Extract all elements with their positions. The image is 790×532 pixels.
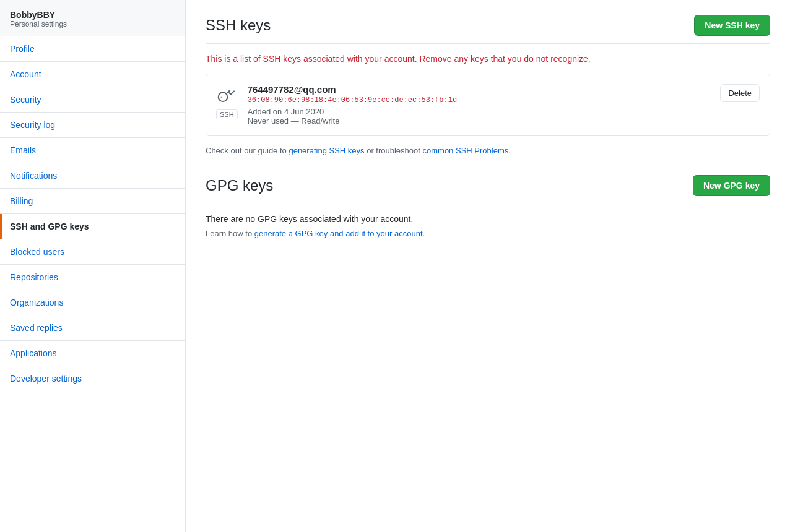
sidebar-subtitle: Personal settings [10,20,175,28]
sidebar-link-repositories[interactable]: Repositories [0,265,185,290]
sidebar-item-repositories[interactable]: Repositories [0,265,185,290]
sidebar-link-billing[interactable]: Billing [0,189,185,213]
guide-prefix: Check out our guide to [206,146,289,155]
key-icon-wrapper: SSH [216,84,238,119]
gpg-section-header: GPG keys New GPG key [206,175,770,204]
sidebar-item-notifications[interactable]: Notifications [0,163,185,189]
ssh-section: SSH keys New SSH key This is a list of S… [206,15,770,155]
gpg-no-keys-text: There are no GPG keys associated with yo… [206,214,770,224]
gpg-learn-link[interactable]: generate a GPG key and add it to your ac… [254,229,423,238]
sidebar-item-security-log[interactable]: Security log [0,113,185,138]
svg-point-0 [219,92,228,101]
sidebar-item-applications[interactable]: Applications [0,341,185,366]
sidebar: BobbyBBY Personal settings Profile Accou… [0,0,186,532]
sidebar-item-account[interactable]: Account [0,62,185,87]
sidebar-item-billing[interactable]: Billing [0,189,185,214]
sidebar-nav: Profile Account Security Security log Em… [0,36,185,366]
guide-suffix: . [508,146,511,155]
sidebar-item-organizations[interactable]: Organizations [0,290,185,315]
learn-prefix: Learn how to [206,229,254,238]
sidebar-item-ssh-gpg-keys[interactable]: SSH and GPG keys [0,214,185,239]
key-added: Added on 4 Jun 2020 [248,107,711,116]
sidebar-developer-settings[interactable]: Developer settings [0,366,185,391]
ssh-section-title: SSH keys [206,17,271,34]
key-fingerprint: 36:08:90:6e:98:18:4e:06:53:9e:cc:de:ec:5… [248,96,711,105]
sidebar-username: BobbyBBY [10,10,175,20]
learn-suffix: . [423,229,425,238]
sidebar-header: BobbyBBY Personal settings [0,0,185,36]
guide-middle: or troubleshoot [365,146,423,155]
ssh-key-card: SSH 764497782@qq.com 36:08:90:6e:98:18:4… [206,74,770,136]
guide-text: Check out our guide to generating SSH ke… [206,146,770,155]
sidebar-link-ssh-gpg-keys[interactable]: SSH and GPG keys [2,214,185,239]
sidebar-link-applications[interactable]: Applications [0,341,185,366]
key-email: 764497782@qq.com [248,84,711,95]
sidebar-item-security[interactable]: Security [0,87,185,113]
sidebar-item-emails[interactable]: Emails [0,138,185,163]
new-ssh-key-button[interactable]: New SSH key [694,15,770,36]
ssh-info-text: This is a list of SSH keys associated wi… [206,54,770,64]
guide-link-generating[interactable]: generating SSH keys [289,146,364,155]
sidebar-link-emails[interactable]: Emails [0,138,185,163]
sidebar-link-security-log[interactable]: Security log [0,113,185,137]
key-actions: Delete [720,84,760,102]
key-icon [217,84,237,107]
sidebar-item-blocked-users[interactable]: Blocked users [0,239,185,265]
sidebar-link-saved-replies[interactable]: Saved replies [0,315,185,340]
gpg-section: GPG keys New GPG key There are no GPG ke… [206,175,770,238]
sidebar-link-notifications[interactable]: Notifications [0,163,185,188]
delete-ssh-key-button[interactable]: Delete [720,84,760,102]
main-content: SSH keys New SSH key This is a list of S… [186,0,790,532]
guide-link-problems[interactable]: common SSH Problems [423,146,509,155]
developer-settings-link[interactable]: Developer settings [10,374,82,384]
key-info: 764497782@qq.com 36:08:90:6e:98:18:4e:06… [248,84,711,126]
sidebar-link-blocked-users[interactable]: Blocked users [0,239,185,264]
sidebar-item-saved-replies[interactable]: Saved replies [0,315,185,341]
sidebar-link-security[interactable]: Security [0,87,185,112]
ssh-badge: SSH [216,109,238,119]
sidebar-item-profile[interactable]: Profile [0,36,185,62]
gpg-learn-text: Learn how to generate a GPG key and add … [206,229,770,238]
sidebar-link-account[interactable]: Account [0,62,185,87]
key-usage: Never used — Read/write [248,116,711,126]
sidebar-link-organizations[interactable]: Organizations [0,290,185,315]
new-gpg-key-button[interactable]: New GPG key [693,175,770,196]
sidebar-link-profile[interactable]: Profile [0,36,185,61]
gpg-section-title: GPG keys [206,177,273,194]
ssh-section-header: SSH keys New SSH key [206,15,770,44]
